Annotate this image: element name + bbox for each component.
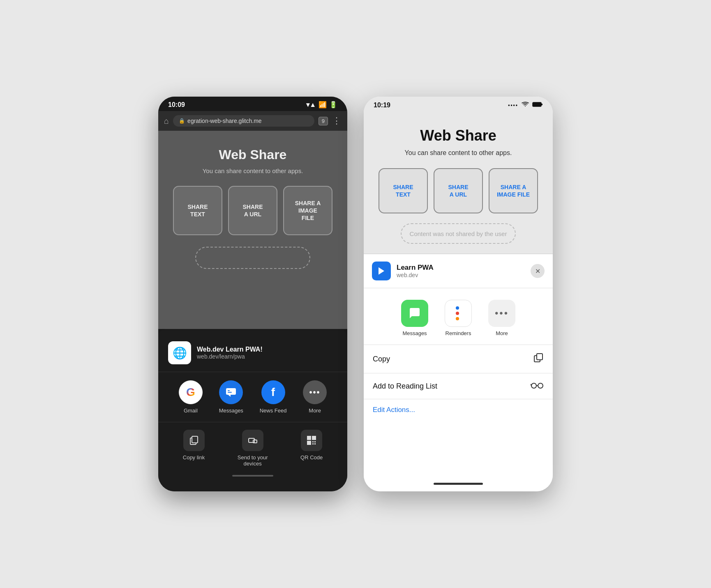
wifi-icon	[522, 102, 529, 109]
svg-rect-23	[537, 354, 542, 360]
ios-app-reminders[interactable]: Reminders	[445, 300, 472, 336]
ios-copy-label: Copy	[373, 355, 390, 363]
ios-glasses-icon	[531, 381, 544, 391]
svg-rect-16	[314, 441, 316, 442]
svg-rect-20	[541, 104, 542, 105]
ios-more-icon: •••	[488, 300, 515, 327]
share-preview-title: Web.dev Learn PWA!	[197, 346, 263, 353]
ios-share-url-button[interactable]: SHAREA URL	[434, 168, 483, 213]
android-page-subtitle: You can share content to other apps.	[203, 167, 303, 174]
ios-app-messages[interactable]: Messages	[401, 300, 428, 336]
copy-link-action[interactable]: Copy link	[183, 430, 205, 467]
svg-rect-15	[312, 441, 314, 442]
svg-line-27	[531, 384, 531, 386]
qr-code-label: QR Code	[300, 454, 323, 461]
copy-link-icon	[183, 430, 205, 451]
android-web-content: Web Share You can share content to other…	[158, 131, 347, 329]
send-devices-label: Send to yourdevices	[238, 454, 268, 467]
copy-link-label: Copy link	[183, 454, 205, 461]
ios-copy-action[interactable]: Copy	[364, 345, 553, 373]
ios-status-icons: ••••	[508, 102, 543, 109]
share-app-icon: 🌐	[168, 341, 191, 364]
share-sheet-preview: 🌐 Web.dev Learn PWA! web.dev/learn/pwa	[158, 337, 347, 372]
share-app-gmail[interactable]: G Gmail	[179, 380, 203, 414]
ios-web-content: Web Share You can share content to other…	[364, 112, 553, 254]
ios-share-app-domain: web.dev	[397, 272, 525, 278]
menu-dots-icon[interactable]: ⋮	[332, 116, 342, 126]
share-app-messages[interactable]: Messages	[219, 380, 243, 414]
ios-share-title-group: Learn PWA web.dev	[397, 264, 525, 278]
android-status-box	[195, 247, 310, 269]
ios-apps-row: Messages	[364, 288, 553, 345]
android-status-icons: ▾▲ 📶 🔋	[306, 101, 337, 109]
ios-reading-list-action[interactable]: Add to Reading List	[364, 373, 553, 399]
android-status-bar: 10:09 ▾▲ 📶 🔋	[158, 97, 347, 111]
ios-status-text: Content was not shared by the user	[401, 223, 516, 244]
android-share-buttons: SHARETEXT SHAREA URL SHARE AIMAGEFILE	[173, 186, 332, 235]
messages-icon	[219, 380, 243, 404]
ios-share-header: Learn PWA web.dev ✕	[364, 254, 553, 288]
ios-close-button[interactable]: ✕	[531, 264, 545, 278]
url-text: egration-web-share.glitch.me	[187, 118, 262, 124]
ios-page-title: Web Share	[420, 127, 496, 144]
share-text-button[interactable]: SHARETEXT	[173, 186, 222, 235]
ios-share-image-button[interactable]: SHARE AIMAGE FILE	[489, 168, 538, 213]
lock-icon: 🔒	[179, 118, 185, 124]
home-icon[interactable]: ⌂	[164, 116, 169, 126]
ios-edit-actions-label[interactable]: Edit Actions...	[373, 406, 415, 414]
send-devices-action[interactable]: Send to yourdevices	[238, 430, 268, 467]
svg-rect-12	[313, 437, 315, 439]
facebook-label: News Feed	[260, 407, 287, 414]
dot-orange-1	[456, 317, 459, 320]
ios-more-label: More	[496, 330, 508, 336]
signal-dots-icon: ••••	[508, 102, 518, 108]
android-home-indicator	[232, 475, 273, 477]
ios-reading-list-label: Add to Reading List	[373, 382, 437, 391]
ios-messages-label: Messages	[402, 330, 427, 336]
share-app-facebook[interactable]: f News Feed	[260, 380, 287, 414]
svg-rect-3	[228, 392, 232, 393]
ios-page-subtitle: You can share content to other apps.	[405, 149, 512, 157]
android-time: 10:09	[168, 101, 185, 109]
share-url-button[interactable]: SHAREA URL	[228, 186, 277, 235]
share-preview-text: Web.dev Learn PWA! web.dev/learn/pwa	[197, 346, 263, 360]
more-icon: •••	[303, 380, 327, 404]
ios-share-text-button[interactable]: SHARETEXT	[379, 168, 428, 213]
svg-rect-19	[533, 102, 541, 106]
tab-count[interactable]: 9	[319, 117, 328, 125]
qr-code-action[interactable]: QR Code	[300, 430, 323, 467]
send-devices-icon	[242, 430, 263, 451]
share-app-more[interactable]: ••• More	[303, 380, 327, 414]
svg-point-24	[531, 383, 536, 388]
ios-reminders-icon	[445, 300, 472, 327]
share-image-button[interactable]: SHARE AIMAGEFILE	[283, 186, 332, 235]
ios-app-more[interactable]: ••• More	[488, 300, 515, 336]
gmail-label: Gmail	[184, 407, 198, 414]
svg-rect-10	[308, 437, 310, 439]
dot-blue-1	[456, 306, 459, 310]
android-share-sheet: 🌐 Web.dev Learn PWA! web.dev/learn/pwa G…	[158, 329, 347, 491]
battery-icon	[532, 102, 543, 109]
android-phone: 10:09 ▾▲ 📶 🔋 ⌂ 🔒 egration-web-share.glit…	[158, 97, 347, 491]
share-apps-row: G Gmail Messages f	[158, 372, 347, 422]
ios-edit-actions[interactable]: Edit Actions...	[364, 399, 553, 421]
android-url-bar[interactable]: 🔒 egration-web-share.glitch.me	[173, 115, 314, 127]
wifi-icon: ▾▲	[306, 101, 316, 109]
svg-marker-21	[379, 267, 384, 275]
svg-rect-2	[228, 390, 230, 391]
ios-home-bar	[434, 483, 483, 485]
battery-icon: 🔋	[329, 101, 337, 109]
svg-rect-14	[308, 442, 310, 444]
ios-time: 10:19	[374, 102, 390, 109]
android-browser-bar: ⌂ 🔒 egration-web-share.glitch.me 9 ⋮	[158, 111, 347, 131]
gmail-icon: G	[186, 386, 195, 399]
svg-marker-1	[228, 395, 231, 397]
ios-share-app-name: Learn PWA	[397, 264, 525, 272]
more-label: More	[309, 407, 321, 414]
android-page-title: Web Share	[219, 147, 287, 162]
qr-code-icon	[301, 430, 322, 451]
ios-pwa-icon	[372, 262, 391, 280]
ios-reminders-label: Reminders	[446, 330, 471, 336]
ios-share-buttons: SHARETEXT SHAREA URL SHARE AIMAGE FILE	[379, 168, 538, 213]
svg-rect-0	[226, 388, 236, 395]
